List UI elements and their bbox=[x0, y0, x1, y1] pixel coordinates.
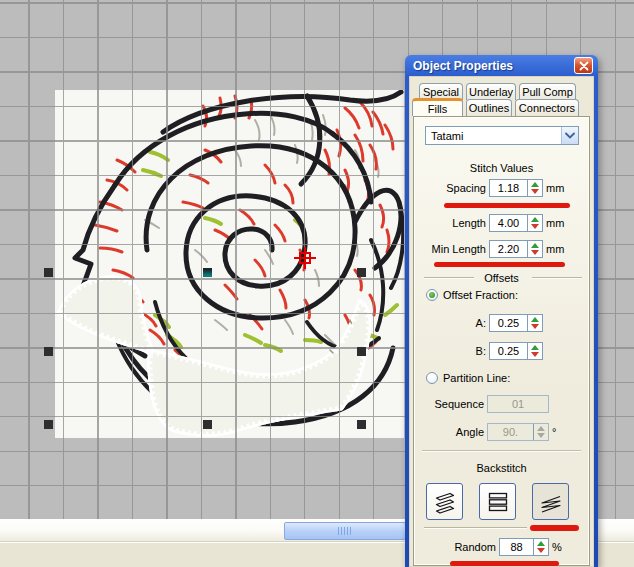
spacing-label: Spacing bbox=[420, 182, 486, 194]
angle-input[interactable] bbox=[488, 424, 533, 440]
offset-fraction-label: Offset Fraction: bbox=[443, 289, 518, 301]
backstitch-aligned-rows-icon bbox=[485, 489, 511, 515]
sequence-field[interactable] bbox=[487, 395, 549, 413]
angle-spinner[interactable] bbox=[533, 424, 548, 440]
chevron-down-icon[interactable] bbox=[561, 127, 578, 144]
offset-a-label: A: bbox=[420, 317, 486, 329]
selection-handle-middle-right[interactable] bbox=[357, 347, 366, 356]
min-length-field[interactable] bbox=[489, 240, 543, 258]
annotation-underline-backstitch bbox=[530, 525, 579, 531]
application-window: Object Properties Special Underlay Pull … bbox=[0, 0, 634, 567]
fill-type-dropdown[interactable]: Tatami bbox=[425, 126, 579, 145]
length-field[interactable] bbox=[489, 214, 543, 232]
angle-label: Angle bbox=[420, 426, 484, 438]
random-spinner[interactable] bbox=[533, 539, 548, 555]
tab-fills[interactable]: Fills bbox=[412, 98, 463, 116]
sequence-input[interactable] bbox=[488, 396, 548, 412]
annotation-underline-random bbox=[450, 561, 559, 566]
min-length-row: Min Length mm bbox=[420, 240, 585, 258]
tab-outlines[interactable]: Outlines bbox=[466, 99, 512, 116]
scrollbar-thumb[interactable] bbox=[284, 522, 406, 540]
random-unit: % bbox=[552, 541, 562, 553]
angle-field[interactable] bbox=[487, 423, 549, 441]
fills-tab-panel: Tatami Stitch Values Spacing mm bbox=[413, 116, 590, 566]
min-length-spinner[interactable] bbox=[527, 241, 542, 257]
selection-handle-top-left[interactable] bbox=[44, 268, 53, 277]
annotation-underline-spacing bbox=[444, 203, 570, 208]
offset-fraction-radio[interactable] bbox=[426, 289, 438, 301]
backstitch-option-offset-rows[interactable] bbox=[426, 483, 463, 520]
length-label: Length bbox=[420, 217, 486, 229]
rose-drawing bbox=[55, 90, 404, 438]
object-properties-dialog: Object Properties Special Underlay Pull … bbox=[405, 55, 598, 567]
length-row: Length mm bbox=[420, 214, 585, 232]
length-unit: mm bbox=[546, 217, 564, 229]
close-button[interactable] bbox=[574, 57, 593, 74]
backstitch-heading: Backstitch bbox=[414, 462, 589, 474]
tab-connectors[interactable]: Connectors bbox=[515, 99, 579, 116]
backstitch-diagonal-rows-icon bbox=[538, 489, 564, 515]
angle-row: Angle ° bbox=[420, 423, 585, 441]
min-length-input[interactable] bbox=[490, 241, 527, 257]
random-field[interactable] bbox=[499, 538, 549, 556]
tab-pull-comp[interactable]: Pull Comp bbox=[519, 83, 576, 100]
random-label: Random bbox=[420, 541, 496, 553]
dialog-title-bar[interactable]: Object Properties bbox=[409, 55, 594, 76]
offset-b-input[interactable] bbox=[490, 343, 527, 359]
partition-line-radio[interactable] bbox=[426, 372, 438, 384]
stitch-values-heading: Stitch Values bbox=[414, 162, 589, 174]
selection-handle-top-right[interactable] bbox=[357, 268, 366, 277]
random-input[interactable] bbox=[500, 539, 533, 555]
min-length-label: Min Length bbox=[420, 243, 486, 255]
offset-b-label: B: bbox=[420, 345, 486, 357]
fill-type-value: Tatami bbox=[431, 130, 463, 142]
offset-fraction-radio-row[interactable]: Offset Fraction: bbox=[426, 288, 518, 302]
backstitch-offset-rows-icon bbox=[432, 489, 458, 515]
spacing-unit: mm bbox=[546, 182, 564, 194]
sequence-row: Sequence bbox=[420, 395, 585, 413]
offset-b-row: B: bbox=[420, 342, 585, 360]
selection-handle-bottom-left[interactable] bbox=[44, 420, 53, 429]
spacing-field[interactable] bbox=[489, 179, 543, 197]
offset-a-field[interactable] bbox=[489, 314, 543, 332]
dialog-title: Object Properties bbox=[413, 59, 513, 73]
length-input[interactable] bbox=[490, 215, 527, 231]
min-length-unit: mm bbox=[546, 243, 564, 255]
rose-artwork-image[interactable] bbox=[55, 90, 404, 438]
close-icon bbox=[579, 61, 589, 71]
offset-a-spinner[interactable] bbox=[527, 315, 542, 331]
tab-underlay[interactable]: Underlay bbox=[466, 83, 516, 100]
selection-handle-bottom-middle[interactable] bbox=[203, 420, 212, 429]
random-row: Random % bbox=[420, 538, 585, 556]
backstitch-option-diagonal-rows[interactable] bbox=[532, 483, 569, 520]
offset-b-field[interactable] bbox=[489, 342, 543, 360]
offsets-heading: Offsets bbox=[414, 272, 589, 284]
backstitch-option-aligned-rows[interactable] bbox=[479, 483, 516, 520]
partition-line-radio-row[interactable]: Partition Line: bbox=[426, 371, 510, 385]
separator bbox=[424, 527, 527, 529]
selection-handle-bottom-right[interactable] bbox=[357, 420, 366, 429]
spacing-row: Spacing mm bbox=[420, 179, 585, 197]
offset-a-input[interactable] bbox=[490, 315, 527, 331]
scrollbar-grip-icon bbox=[338, 527, 352, 535]
length-spinner[interactable] bbox=[527, 215, 542, 231]
partition-line-label: Partition Line: bbox=[443, 372, 510, 384]
annotation-underline-min-length bbox=[434, 262, 565, 267]
needle-position-marker bbox=[294, 247, 316, 269]
separator bbox=[422, 450, 581, 452]
sequence-label: Sequence bbox=[420, 398, 484, 410]
selection-handle-middle-left[interactable] bbox=[44, 347, 53, 356]
angle-unit: ° bbox=[552, 426, 556, 438]
offset-b-spinner[interactable] bbox=[527, 343, 542, 359]
offset-a-row: A: bbox=[420, 314, 585, 332]
spacing-spinner[interactable] bbox=[527, 180, 542, 196]
selection-handle-top-middle[interactable] bbox=[203, 268, 212, 277]
spacing-input[interactable] bbox=[490, 180, 527, 196]
